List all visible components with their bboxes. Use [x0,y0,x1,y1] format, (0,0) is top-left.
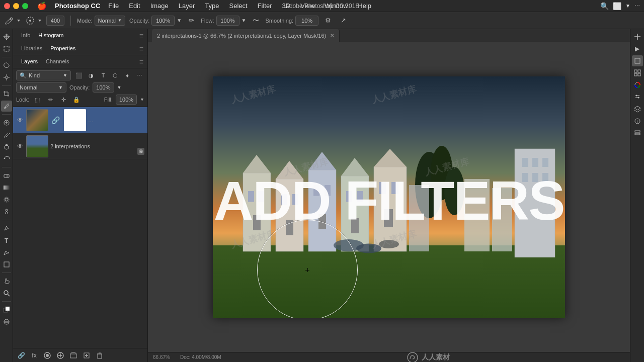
move-tool[interactable] [1,31,12,42]
menu-file[interactable]: File [106,2,121,10]
lock-artboard-icon[interactable]: 🔒 [71,95,82,105]
flow-input[interactable]: 100% [216,16,239,26]
tab-channels[interactable]: Channels [42,55,73,68]
layers-menu-btn[interactable]: ≡ [139,58,143,66]
rt-panel-btn[interactable] [632,128,643,139]
brush-preset-arrow[interactable] [37,18,42,23]
tab-info[interactable]: Info [17,29,34,42]
angle-icon[interactable]: ↗ [338,15,349,26]
type-filter-icon[interactable]: T [98,70,108,80]
rt-layers-btn[interactable] [632,104,643,115]
menu-select[interactable]: Select [227,2,249,10]
layer-visibility-copy[interactable]: 👁 [16,116,24,124]
tab-properties[interactable]: Properties [46,42,79,55]
airbrush-icon[interactable]: ✏ [186,15,197,26]
brush-size-input[interactable]: 400 [46,16,64,26]
panel-expand-btn[interactable]: ≡ [139,32,143,40]
foreground-color[interactable] [1,304,12,315]
fill-chevron[interactable]: ▼ [140,97,144,102]
blend-mode-dropdown[interactable]: Normal ▼ [16,82,66,93]
quick-mask-mode[interactable] [1,316,12,327]
history-brush-tool[interactable] [1,153,12,164]
chevron-down-icon[interactable]: ▼ [625,3,630,9]
layer-visibility-base[interactable]: 👁 [16,142,24,150]
layer-item-copy[interactable]: 👁 🔗 … [13,107,147,133]
shape-filter-icon[interactable]: ⬡ [110,70,120,80]
canvas-wrapper[interactable]: ADD FILTERS 人人素材库 人人素材库 人人素材库 人人素材库 人人素材… [148,42,630,352]
crop-tool[interactable] [1,88,12,100]
clone-stamp-tool[interactable] [1,141,12,152]
kind-dropdown[interactable]: 🔍 Kind ▼ [16,70,71,80]
layer-mask-icon[interactable] [42,350,52,360]
new-layer-icon[interactable] [82,350,92,360]
doc-tab-close[interactable]: ✕ [330,33,334,38]
brush-tool[interactable] [1,129,12,140]
canvas-area[interactable]: 2 interpretations-1 @ 66.7% (2 interpret… [148,29,630,362]
layer-effects-icon[interactable]: fx [29,350,39,360]
lock-position-icon[interactable]: ✛ [58,95,68,105]
eraser-tool[interactable] [1,170,12,181]
smoothing-icon[interactable]: 〜 [250,15,261,26]
document-tab[interactable]: 2 interpretations-1 @ 66.7% (2 interpret… [152,29,340,42]
mode-dropdown[interactable]: Normal ▼ [95,16,125,26]
magic-wand-tool[interactable] [1,72,12,83]
apple-menu[interactable]: 🍎 [37,2,47,11]
flow-arrow[interactable]: ▼ [242,18,247,23]
lock-image-icon[interactable]: ✏ [45,95,55,105]
opacity-chevron[interactable]: ▼ [117,85,122,90]
pen-tool[interactable] [1,223,12,234]
menu-image[interactable]: Image [148,2,171,10]
rt-info-btn[interactable]: i [632,116,643,127]
new-group-icon[interactable] [68,350,78,360]
fill-value[interactable]: 100% [116,95,137,105]
zoom-tool[interactable] [1,288,12,299]
lasso-tool[interactable] [1,60,12,71]
menu-filter[interactable]: Filter [256,2,274,10]
layer-more-btn[interactable]: … [88,117,94,123]
brush-picker-icon[interactable] [16,18,21,23]
opacity-arrow[interactable]: ▼ [177,18,182,23]
rt-color-btn[interactable] [632,79,643,90]
settings-icon[interactable]: ⚙ [323,15,334,26]
maximize-button[interactable] [22,3,28,9]
rt-playback-btn[interactable]: ▶ [632,43,643,54]
layer-link-bottom-icon[interactable]: 🔗 [16,350,26,360]
text-tool[interactable]: T [1,235,12,246]
layer-mask-thumbnail[interactable] [64,109,86,131]
rt-grid-btn[interactable] [632,67,643,78]
layer-item-base[interactable]: 👁 2 interpretations fx [13,133,147,159]
minimize-button[interactable] [13,3,19,9]
adjustment-filter-icon[interactable]: ◑ [86,70,96,80]
eyedropper-tool[interactable] [1,101,12,112]
delete-layer-icon[interactable] [95,350,105,360]
close-button[interactable] [4,3,10,9]
brush-preset-icon[interactable] [25,16,42,26]
hand-tool[interactable] [1,276,12,287]
rt-adjust-btn[interactable] [632,92,643,103]
panel-menu-btn[interactable]: ≡ [139,45,143,53]
menu-layer[interactable]: Layer [177,2,197,10]
dodge-tool[interactable] [1,206,12,217]
rt-active-btn[interactable] [632,55,643,66]
pixel-filter-icon[interactable]: ⬛ [74,70,84,80]
blur-tool[interactable] [1,194,12,205]
expand-icon[interactable]: ⋯ [634,3,640,9]
search-icon[interactable]: 🔍 [600,2,609,10]
shape-tool[interactable] [1,259,12,270]
marquee-tool[interactable] [1,43,12,54]
layout-icon[interactable]: ⬜ [613,2,621,10]
tab-layers[interactable]: Layers [17,55,42,68]
rt-move-btn[interactable] [632,31,643,42]
path-selection-tool[interactable] [1,247,12,258]
opacity-value[interactable]: 100% [93,82,114,93]
menu-edit[interactable]: Edit [127,2,142,10]
lock-transparency-icon[interactable]: ⬚ [32,95,42,105]
smart-filter-icon[interactable]: ♦ [122,70,132,80]
tab-libraries[interactable]: Libraries [17,42,46,55]
more-filter-icon[interactable]: ⋯ [134,70,144,80]
smoothing-input[interactable]: 10% [295,16,318,26]
menu-type[interactable]: Type [203,2,221,10]
new-adjustment-icon[interactable] [55,350,65,360]
healing-tool[interactable] [1,117,12,128]
opacity-input[interactable]: 100% [151,16,175,26]
